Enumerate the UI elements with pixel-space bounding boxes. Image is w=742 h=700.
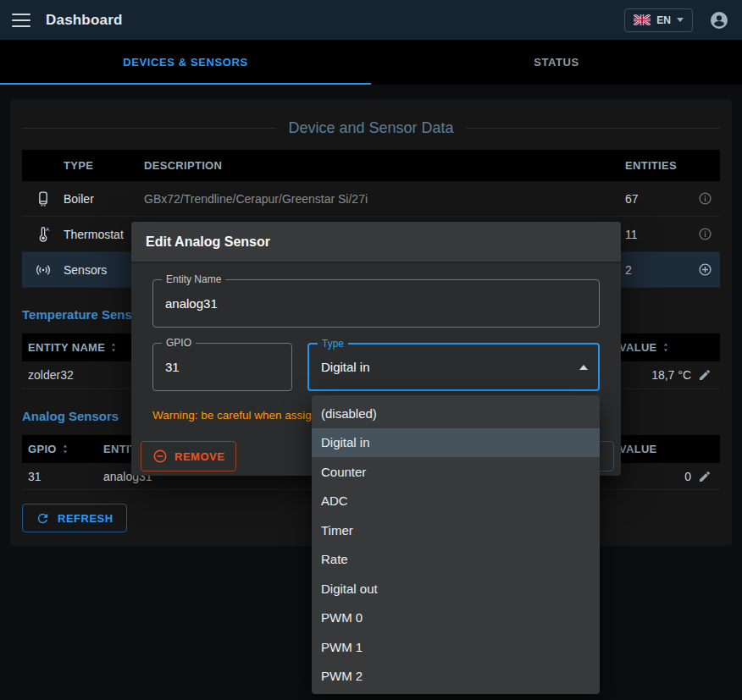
refresh-button[interactable]: REFRESH [22, 504, 127, 532]
sensor-gpio: 31 [22, 470, 97, 483]
gpio-input[interactable] [153, 344, 291, 390]
col-label: ENTITY NAME [28, 341, 105, 354]
menu-icon[interactable] [12, 14, 30, 27]
app-bar: Dashboard EN [0, 0, 742, 40]
sort-icon [662, 341, 670, 354]
field-row: GPIO Type Digital in [152, 343, 600, 391]
gpio-label: GPIO [162, 337, 196, 349]
tab-bar: DEVICES & SENSORS STATUS [0, 40, 742, 85]
edit-icon[interactable] [696, 470, 713, 483]
entity-name-input[interactable] [153, 280, 599, 327]
menu-item-pwm0[interactable]: PWM 0 [312, 604, 600, 633]
type-selected-value: Digital in [309, 360, 579, 374]
col-value[interactable]: VALUE [613, 341, 696, 354]
add-circle-icon[interactable] [696, 262, 713, 277]
sensors-icon [22, 262, 64, 278]
menu-item-rate[interactable]: Rate [312, 545, 600, 575]
language-selector[interactable]: EN [624, 8, 693, 32]
col-type: TYPE [64, 159, 144, 172]
sensor-value: 18,7 °C [613, 368, 696, 382]
dialog-title: Edit Analog Sensor [131, 222, 621, 262]
menu-item-disabled[interactable]: (disabled) [312, 399, 600, 428]
sort-icon [109, 341, 118, 354]
type-select[interactable]: Type Digital in [307, 343, 600, 391]
account-circle-icon[interactable] [708, 9, 730, 31]
entity-name-field[interactable]: Entity Name [152, 279, 600, 328]
refresh-icon [36, 511, 50, 526]
menu-item-pwm1[interactable]: PWM 1 [312, 632, 600, 662]
col-label: VALUE [619, 341, 657, 354]
page-title-text: Device and Sensor Data [288, 119, 453, 137]
table-row-boiler[interactable]: Boiler GBx72/Trendline/Cerapur/Greenstar… [22, 181, 720, 217]
sensor-value: 0 [613, 470, 696, 483]
info-icon[interactable] [696, 191, 713, 206]
device-entities: 2 [621, 263, 696, 277]
type-dropdown-menu: (disabled) Digital in Counter ADC Timer … [312, 395, 600, 694]
devices-table-header: TYPE DESCRIPTION ENTITIES [22, 150, 720, 181]
menu-item-counter[interactable]: Counter [312, 457, 600, 487]
language-label: EN [656, 14, 671, 26]
tab-status[interactable]: STATUS [371, 40, 742, 85]
device-type: Boiler [64, 192, 144, 206]
col-description: DESCRIPTION [144, 159, 621, 172]
gpio-field[interactable]: GPIO [152, 343, 292, 391]
tab-label: STATUS [534, 56, 579, 69]
device-description: GBx72/Trendline/Cerapur/Greenstar Si/27i [144, 192, 621, 206]
remove-label: REMOVE [174, 450, 224, 463]
uk-flag-icon [634, 14, 651, 25]
info-icon[interactable] [696, 227, 713, 241]
col-label: VALUE [619, 443, 657, 455]
menu-item-pwm2[interactable]: PWM 2 [312, 662, 600, 692]
device-entities: 11 [621, 228, 696, 241]
caret-up-icon [579, 365, 588, 370]
device-entities: 67 [621, 192, 696, 206]
menu-item-timer[interactable]: Timer [312, 515, 600, 545]
sort-icon [61, 443, 69, 455]
thermostat-icon: A [22, 226, 64, 243]
entity-name-label: Entity Name [162, 273, 225, 285]
remove-button[interactable]: REMOVE [141, 441, 236, 471]
col-value[interactable]: VALUE [613, 443, 696, 455]
app-title: Dashboard [46, 12, 123, 29]
caret-down-icon [677, 18, 684, 22]
menu-item-digital-in[interactable]: Digital in [312, 428, 600, 458]
tab-label: DEVICES & SENSORS [123, 56, 247, 69]
page-title: Device and Sensor Data [22, 118, 720, 138]
refresh-label: REFRESH [58, 512, 114, 525]
tab-devices-sensors[interactable]: DEVICES & SENSORS [0, 40, 371, 85]
edit-icon[interactable] [696, 368, 713, 382]
menu-item-adc[interactable]: ADC [312, 487, 600, 516]
col-entities: ENTITIES [621, 159, 696, 172]
svg-text:A: A [45, 226, 49, 232]
menu-item-digital-out[interactable]: Digital out [312, 574, 600, 604]
type-label: Type [318, 338, 348, 350]
remove-circle-icon [152, 449, 168, 464]
col-gpio[interactable]: GPIO [22, 443, 97, 455]
screen: Dashboard EN DEVICES & SENSORS [0, 0, 742, 700]
boiler-icon [22, 190, 64, 207]
col-label: GPIO [28, 443, 57, 455]
